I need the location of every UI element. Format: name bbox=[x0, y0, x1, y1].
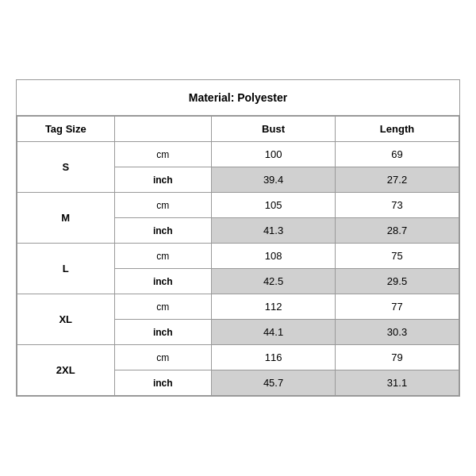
table-row: XLcm11277 bbox=[17, 294, 459, 320]
size-label: XL bbox=[17, 294, 115, 345]
table-row: Mcm10573 bbox=[17, 193, 459, 218]
bust-inch-value: 39.4 bbox=[212, 167, 336, 193]
table-row: Scm10069 bbox=[17, 142, 459, 167]
bust-inch-value: 42.5 bbox=[212, 269, 336, 294]
length-inch-value: 31.1 bbox=[336, 370, 459, 396]
bust-cm-value: 112 bbox=[212, 294, 336, 320]
length-header: Length bbox=[336, 117, 459, 142]
table-row: 2XLcm11679 bbox=[17, 345, 459, 370]
unit-inch: inch bbox=[114, 320, 212, 345]
chart-title: Material: Polyester bbox=[17, 80, 459, 116]
length-inch-value: 27.2 bbox=[336, 167, 459, 193]
unit-cm: cm bbox=[114, 193, 212, 218]
bust-header: Bust bbox=[212, 117, 336, 142]
bust-cm-value: 105 bbox=[212, 193, 336, 218]
length-cm-value: 79 bbox=[336, 345, 459, 370]
length-cm-value: 73 bbox=[336, 193, 459, 218]
length-inch-value: 30.3 bbox=[336, 320, 459, 345]
size-chart-container: Material: Polyester Tag Size Bust Length… bbox=[16, 79, 460, 397]
bust-cm-value: 116 bbox=[212, 345, 336, 370]
bust-cm-value: 100 bbox=[212, 142, 336, 167]
bust-inch-value: 44.1 bbox=[212, 320, 336, 345]
unit-inch: inch bbox=[114, 370, 212, 396]
length-inch-value: 29.5 bbox=[336, 269, 459, 294]
length-cm-value: 69 bbox=[336, 142, 459, 167]
unit-cm: cm bbox=[114, 345, 212, 370]
length-inch-value: 28.7 bbox=[336, 218, 459, 244]
bust-inch-value: 41.3 bbox=[212, 218, 336, 244]
tag-size-header: Tag Size bbox=[17, 117, 115, 142]
size-label: L bbox=[17, 244, 115, 294]
size-table: Tag Size Bust Length Scm10069inch39.427.… bbox=[17, 116, 459, 396]
unit-inch: inch bbox=[114, 218, 212, 244]
unit-cm: cm bbox=[114, 294, 212, 320]
size-label: 2XL bbox=[17, 345, 115, 396]
unit-header bbox=[114, 117, 212, 142]
size-label: S bbox=[17, 142, 115, 193]
length-cm-value: 75 bbox=[336, 244, 459, 269]
table-row: Lcm10875 bbox=[17, 244, 459, 269]
unit-inch: inch bbox=[114, 269, 212, 294]
unit-cm: cm bbox=[114, 244, 212, 269]
bust-cm-value: 108 bbox=[212, 244, 336, 269]
bust-inch-value: 45.7 bbox=[212, 370, 336, 396]
unit-inch: inch bbox=[114, 167, 212, 193]
size-label: M bbox=[17, 193, 115, 244]
unit-cm: cm bbox=[114, 142, 212, 167]
length-cm-value: 77 bbox=[336, 294, 459, 320]
